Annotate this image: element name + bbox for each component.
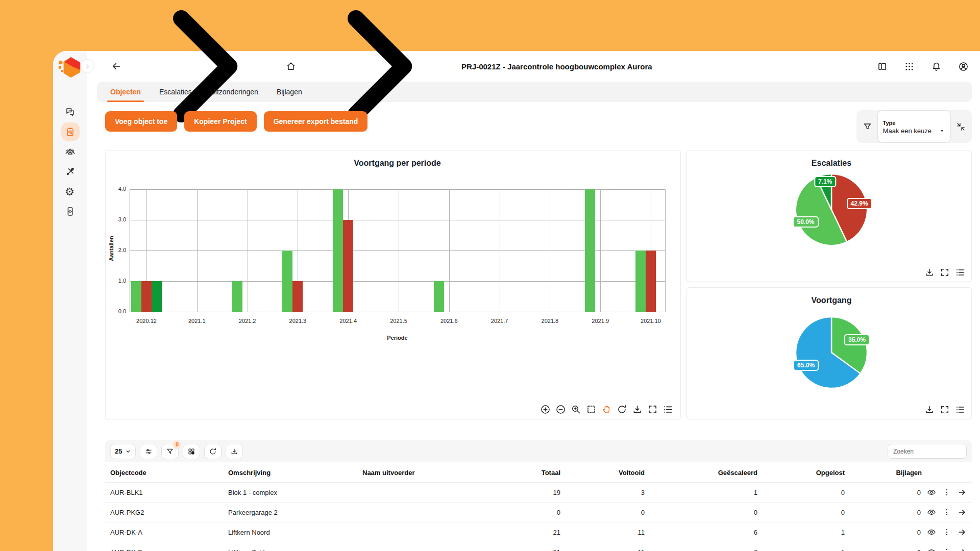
column-header-objectcode[interactable]: Objectcode <box>105 462 223 483</box>
eye-icon[interactable] <box>927 547 936 551</box>
x-tick-label: 2021.5 <box>376 318 422 324</box>
home-icon <box>286 61 296 71</box>
eye-icon[interactable] <box>927 528 936 537</box>
list-icon[interactable] <box>663 404 673 415</box>
cell-geëscaleerd: 1 <box>650 483 763 503</box>
arrow-right-icon[interactable] <box>958 528 967 537</box>
column-header-totaal[interactable]: Totaal <box>490 462 566 483</box>
genereer-export-bestand-button[interactable]: Genereer export bestand <box>264 111 368 132</box>
chat-icon <box>65 107 76 117</box>
column-header-voltooid[interactable]: Voltooid <box>566 462 650 483</box>
sidebar-item-device-code[interactable] <box>61 202 80 220</box>
row-actions: 0 <box>850 483 972 503</box>
cell-objectcode: AUR-DK-A <box>105 522 223 542</box>
cell-totaal: 0 <box>490 503 566 522</box>
download-icon[interactable] <box>924 405 935 415</box>
sidebar-item-chat[interactable] <box>61 103 80 121</box>
kebab-icon[interactable] <box>942 528 951 537</box>
chevron-down-icon <box>939 128 945 134</box>
gridline <box>197 189 198 312</box>
cell-opgelost: 1 <box>763 542 850 551</box>
arrow-right-icon[interactable] <box>958 547 967 551</box>
table-body: AUR-BLK1Blok 1 - complex193100AUR-PKG2Pa… <box>105 483 972 551</box>
home-button[interactable] <box>286 61 296 71</box>
cell-totaal: 19 <box>490 483 566 503</box>
cell-voltooid: 3 <box>566 483 650 503</box>
kebab-icon[interactable] <box>942 488 951 497</box>
apps-grid-button[interactable] <box>904 61 915 72</box>
sidebar-item-gear[interactable]: ⚙ <box>61 182 80 201</box>
eye-icon[interactable] <box>927 508 936 517</box>
column-header-omschrijving[interactable]: Omschrijving <box>223 462 357 483</box>
type-select[interactable]: Type Maak een keuze <box>877 110 951 143</box>
escalaties-card-actions <box>924 267 965 278</box>
x-tick-label: 2021.7 <box>477 318 523 324</box>
tab-bijlagen[interactable]: Bijlagen <box>267 82 311 102</box>
column-header-bijlagen[interactable]: Bijlagen <box>850 462 972 483</box>
table-sliders-button[interactable] <box>140 444 157 459</box>
cell-voltooid: 11 <box>566 522 650 542</box>
list-icon[interactable] <box>955 405 965 415</box>
table-download-button[interactable] <box>226 444 243 459</box>
column-header-naam-uitvoerder[interactable]: Naam uitvoerder <box>357 462 490 483</box>
eye-icon[interactable] <box>927 488 936 497</box>
cell-naam-uitvoerder <box>357 522 490 542</box>
column-header-opgelost[interactable]: Opgelost <box>763 462 850 483</box>
panel-toggle-button[interactable] <box>877 61 888 72</box>
back-button[interactable] <box>111 61 121 71</box>
hand-icon[interactable] <box>601 404 612 415</box>
cell-bijlagen: 0 <box>855 489 921 496</box>
table-kanban-button[interactable] <box>183 444 200 459</box>
voeg-object-toe-button[interactable]: Voeg object toe <box>105 111 177 132</box>
gridline <box>449 189 450 312</box>
kopieer-project-button[interactable]: Kopieer Project <box>184 111 256 132</box>
filter-count-badge: 0 <box>173 440 181 449</box>
cell-opgelost: 0 <box>763 503 850 522</box>
selection-box-icon[interactable] <box>586 404 597 415</box>
kebab-icon[interactable] <box>942 547 951 551</box>
bell-icon <box>931 61 942 72</box>
cell-voltooid: 11 <box>566 542 650 551</box>
bell-button[interactable] <box>931 61 942 72</box>
fullscreen-icon[interactable] <box>940 267 950 278</box>
table-funnel-button[interactable]: 0 <box>161 444 179 459</box>
cell-omschrijving: Blok 1 - complex <box>223 483 357 503</box>
fullscreen-icon[interactable] <box>940 405 950 415</box>
arrow-right-icon[interactable] <box>958 488 967 497</box>
y-tick-label: 4.0 <box>110 186 126 192</box>
page-size-select[interactable]: 25 <box>110 444 136 459</box>
gridline <box>665 189 666 312</box>
account-button[interactable] <box>958 61 969 72</box>
fullscreen-icon[interactable] <box>647 404 658 415</box>
refresh-icon[interactable] <box>617 404 627 415</box>
magnifier-plus-icon[interactable] <box>571 404 581 415</box>
tab-uitzonderingen[interactable]: Uitzonderingen <box>201 82 267 102</box>
funnel-icon[interactable] <box>863 122 872 132</box>
table-refresh-button[interactable] <box>204 444 222 459</box>
zoom-in-icon[interactable] <box>540 404 551 415</box>
tab-objecten[interactable]: Objecten <box>101 82 150 102</box>
sidebar-item-users[interactable] <box>61 142 80 161</box>
sidebar-nav: ⚙ <box>53 103 87 220</box>
sidebar-item-clipboard-search[interactable] <box>61 122 80 141</box>
sidebar-item-tools[interactable] <box>61 162 80 181</box>
tab-escalaties[interactable]: Escalaties <box>150 82 201 102</box>
arrow-right-icon[interactable] <box>958 508 967 517</box>
column-header-geëscaleerd[interactable]: Geëscaleerd <box>650 462 763 483</box>
download-icon[interactable] <box>632 404 643 415</box>
list-icon[interactable] <box>955 267 965 278</box>
cell-naam-uitvoerder <box>357 503 490 522</box>
x-tick-label: 2021.1 <box>174 318 220 324</box>
x-tick-label: 2021.3 <box>275 318 321 324</box>
collapse-icon[interactable] <box>956 122 966 132</box>
users-icon <box>65 146 76 157</box>
sidebar-expand-button[interactable] <box>81 59 94 73</box>
bar-groen-2021.10 <box>635 251 646 312</box>
apps-grid-icon <box>904 61 915 72</box>
download-icon[interactable] <box>924 267 935 278</box>
search-input[interactable] <box>888 444 967 459</box>
x-tick-label: 2021.8 <box>527 318 573 324</box>
sliders-icon <box>144 447 153 456</box>
zoom-out-icon[interactable] <box>555 404 566 415</box>
kebab-icon[interactable] <box>942 508 951 517</box>
